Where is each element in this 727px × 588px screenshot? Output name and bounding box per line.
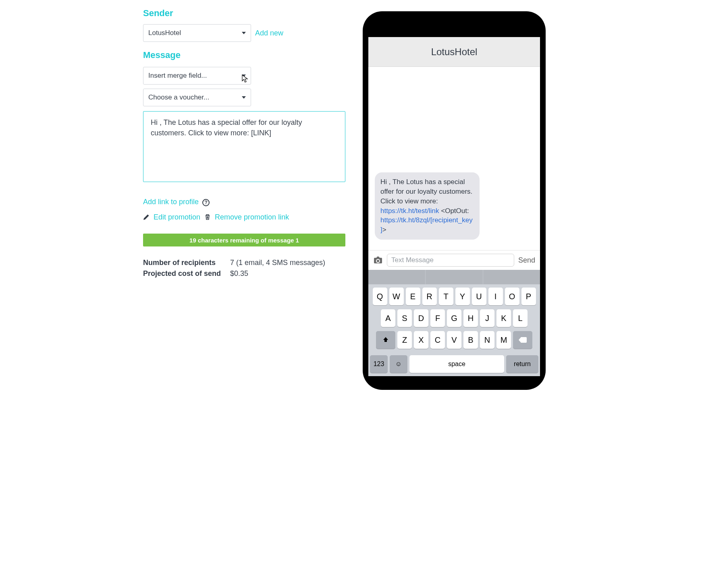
keyboard-key-i[interactable]: I xyxy=(488,288,503,305)
keyboard-key-c[interactable]: C xyxy=(430,331,445,349)
keyboard-key-d[interactable]: D xyxy=(414,309,428,327)
cost-value: $0.35 xyxy=(230,269,248,278)
keyboard-key-g[interactable]: G xyxy=(447,309,461,327)
sender-heading: Sender xyxy=(143,8,347,19)
phone-screen: LotusHotel Hi , The Lotus has a special … xyxy=(368,37,540,376)
voucher-placeholder: Choose a voucher... xyxy=(148,93,209,101)
bubble-link-1[interactable]: https://tk.ht/test/link xyxy=(380,207,439,215)
keyboard-suggestions xyxy=(368,270,540,284)
keyboard-key-e[interactable]: E xyxy=(406,288,420,305)
sender-selected-value: LotusHotel xyxy=(148,29,181,37)
keyboard-return-key[interactable]: return xyxy=(506,355,538,373)
preview-message-bubble: Hi , The Lotus has a special offer for o… xyxy=(375,172,480,240)
keyboard-key-p[interactable]: P xyxy=(521,288,536,305)
keyboard-key-z[interactable]: Z xyxy=(397,331,412,349)
preview-sender-name: LotusHotel xyxy=(368,37,540,67)
keyboard-row-1: QWERTYUIOP xyxy=(370,288,538,305)
phone-preview-frame: LotusHotel Hi , The Lotus has a special … xyxy=(363,11,546,390)
chevron-down-icon xyxy=(242,96,246,99)
preview-send-button[interactable]: Send xyxy=(518,256,535,265)
pencil-icon xyxy=(143,214,150,220)
keyboard-key-t[interactable]: T xyxy=(439,288,453,305)
keyboard-key-h[interactable]: H xyxy=(463,309,478,327)
keyboard-row-2: ASDFGHJKL xyxy=(370,309,538,327)
keyboard-key-j[interactable]: J xyxy=(480,309,494,327)
keyboard-key-v[interactable]: V xyxy=(447,331,461,349)
keyboard-key-k[interactable]: K xyxy=(496,309,511,327)
keyboard-key-f[interactable]: F xyxy=(430,309,445,327)
voucher-select[interactable]: Choose a voucher... xyxy=(143,89,251,106)
preview-keyboard: QWERTYUIOP ASDFGHJKL ZXCVBNM 123 ☺ space… xyxy=(368,270,540,376)
keyboard-key-o[interactable]: O xyxy=(505,288,519,305)
chevron-down-icon xyxy=(242,75,246,77)
edit-promotion-link[interactable]: Edit promotion xyxy=(154,210,200,224)
bubble-mid: <OptOut: xyxy=(441,207,469,215)
character-counter-bar: 19 characters remaining of message 1 xyxy=(143,234,345,246)
keyboard-key-n[interactable]: N xyxy=(480,331,494,349)
help-icon[interactable]: ? xyxy=(202,199,210,206)
keyboard-key-b[interactable]: B xyxy=(463,331,478,349)
keyboard-key-r[interactable]: R xyxy=(422,288,437,305)
message-textarea[interactable] xyxy=(143,111,345,182)
remove-promotion-link[interactable]: Remove promotion link xyxy=(215,210,289,224)
keyboard-key-w[interactable]: W xyxy=(389,288,404,305)
preview-message-area: Hi , The Lotus has a special offer for o… xyxy=(368,67,540,250)
trash-icon xyxy=(204,214,211,220)
keyboard-shift-key[interactable] xyxy=(376,331,395,349)
keyboard-row-3: ZXCVBNM xyxy=(370,331,538,349)
bubble-link-2[interactable]: https://tk.ht/8zql/[recipient_key] xyxy=(380,216,473,234)
keyboard-123-key[interactable]: 123 xyxy=(370,355,388,373)
add-link-to-profile-link[interactable]: Add link to profile xyxy=(143,195,199,209)
keyboard-emoji-key[interactable]: ☺ xyxy=(390,355,407,373)
keyboard-key-y[interactable]: Y xyxy=(455,288,470,305)
cost-label: Projected cost of send xyxy=(143,269,222,278)
chevron-down-icon xyxy=(242,32,246,34)
merge-field-placeholder: Insert merge field... xyxy=(148,72,207,80)
preview-text-input[interactable]: Text Message xyxy=(387,254,514,267)
bubble-end: > xyxy=(382,226,386,234)
keyboard-key-q[interactable]: Q xyxy=(373,288,387,305)
keyboard-key-x[interactable]: X xyxy=(414,331,428,349)
camera-icon[interactable] xyxy=(373,256,383,264)
keyboard-space-key[interactable]: space xyxy=(409,355,504,373)
recipients-value: 7 (1 email, 4 SMS messages) xyxy=(230,259,325,267)
recipients-label: Number of recipients xyxy=(143,259,222,267)
merge-field-select[interactable]: Insert merge field... xyxy=(143,67,251,85)
keyboard-key-l[interactable]: L xyxy=(513,309,528,327)
preview-input-row: Text Message Send xyxy=(368,250,540,270)
add-new-sender-link[interactable]: Add new xyxy=(255,29,283,37)
bubble-text: Hi , The Lotus has a special offer for o… xyxy=(380,178,472,205)
keyboard-key-u[interactable]: U xyxy=(472,288,486,305)
keyboard-key-a[interactable]: A xyxy=(381,309,395,327)
sender-select[interactable]: LotusHotel xyxy=(143,24,251,42)
message-heading: Message xyxy=(143,50,347,60)
keyboard-key-m[interactable]: M xyxy=(496,331,511,349)
keyboard-key-s[interactable]: S xyxy=(397,309,412,327)
keyboard-backspace-key[interactable] xyxy=(513,331,532,349)
